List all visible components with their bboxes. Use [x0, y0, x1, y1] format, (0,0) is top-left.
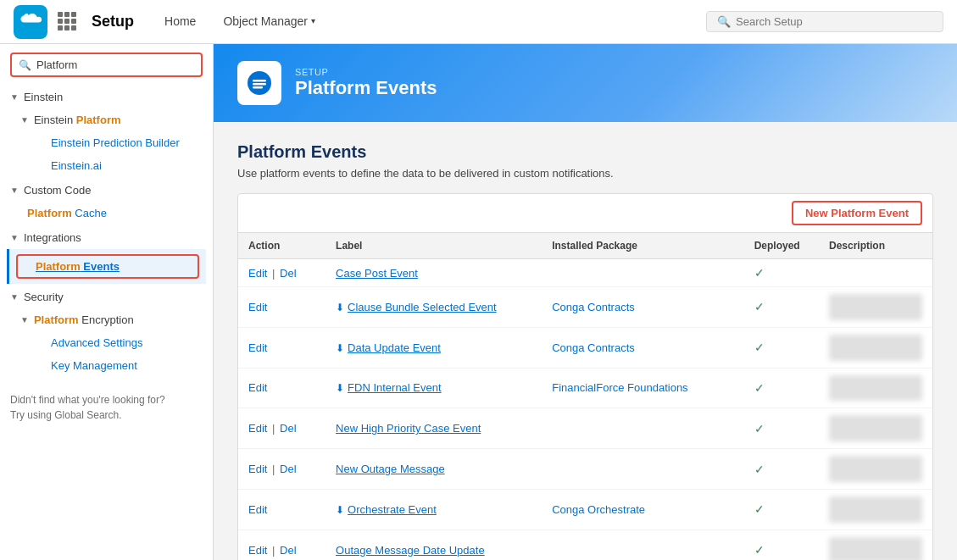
- group-security-header[interactable]: ▼ Security: [0, 286, 213, 308]
- group-integrations-label: Integrations: [24, 231, 81, 244]
- cell-description: ████████████ ██████ ████: [819, 287, 932, 328]
- cell-deployed: ✓: [744, 530, 819, 560]
- content-area: Platform Events Use platform events to d…: [214, 122, 957, 560]
- sidebar: 🔍 ▼ Einstein ▼ Einstein Platform Einstei…: [0, 44, 214, 560]
- action-separator: |: [269, 267, 278, 280]
- tab-object-manager[interactable]: Object Manager ▾: [209, 0, 329, 43]
- cell-label: Case Post Event: [325, 259, 542, 287]
- advanced-settings-link[interactable]: Advanced Settings: [51, 336, 142, 349]
- sidebar-item-key-management[interactable]: Key Management: [10, 354, 213, 377]
- events-table-container: New Platform Event Action Label Installe…: [237, 193, 933, 560]
- platform-events-link[interactable]: Platform Events: [36, 260, 120, 273]
- event-label-link[interactable]: FDN Internal Event: [348, 381, 442, 394]
- cell-installed-package: Conga Contracts: [542, 287, 743, 328]
- cell-deployed: ✓: [744, 327, 819, 368]
- installed-package-icon: ⬇: [336, 302, 344, 313]
- group-einstein-header[interactable]: ▼ Einstein: [0, 86, 213, 108]
- key-management-link[interactable]: Key Management: [51, 359, 137, 372]
- deployed-checkmark: ✓: [754, 300, 765, 313]
- event-label-link[interactable]: Data Update Event: [348, 341, 441, 354]
- apps-icon[interactable]: [58, 12, 78, 32]
- action-edit-link[interactable]: Edit: [248, 463, 267, 475]
- deployed-checkmark: ✓: [754, 543, 765, 557]
- event-label-link[interactable]: Orchestrate Event: [348, 503, 437, 516]
- action-del-link[interactable]: Del: [280, 267, 297, 280]
- cell-action: Edit | Del: [238, 530, 325, 560]
- package-link[interactable]: Conga Orchestrate: [552, 503, 645, 516]
- new-platform-event-button[interactable]: New Platform Event: [792, 201, 922, 225]
- deployed-checkmark: ✓: [754, 266, 765, 280]
- action-edit-link[interactable]: Edit: [248, 301, 267, 313]
- description-text: ████████████ ██████ ████: [829, 415, 922, 441]
- action-del-link[interactable]: Del: [280, 544, 297, 557]
- description-text: ████████████ ██████ ████: [829, 335, 922, 361]
- chevron-einstein: ▼: [10, 92, 19, 102]
- action-edit-link[interactable]: Edit: [248, 422, 267, 435]
- package-link[interactable]: Conga Contracts: [552, 341, 635, 354]
- col-header-label: Label: [325, 233, 542, 259]
- package-link[interactable]: FinancialForce Foundations: [552, 381, 687, 394]
- table-body: Edit | DelCase Post Event✓Edit⬇Clause Bu…: [238, 259, 932, 561]
- svg-rect-2: [253, 83, 266, 86]
- search-icon: 🔍: [717, 15, 731, 28]
- action-del-link[interactable]: Del: [280, 463, 297, 475]
- action-edit-link[interactable]: Edit: [248, 341, 267, 354]
- sidebar-item-einstein-ai[interactable]: Einstein.ai: [10, 154, 213, 177]
- package-link[interactable]: Conga Contracts: [552, 301, 635, 313]
- cell-label: ⬇Clause Bundle Selected Event: [325, 287, 542, 328]
- chevron-down-icon: ▾: [311, 16, 315, 25]
- action-edit-link[interactable]: Edit: [248, 544, 267, 557]
- sidebar-search-icon: 🔍: [19, 59, 31, 71]
- sidebar-item-platform-cache[interactable]: Platform Cache: [0, 202, 213, 225]
- group-einstein-platform-header[interactable]: ▼ Einstein Platform: [10, 108, 213, 131]
- cell-deployed: ✓: [744, 368, 819, 408]
- chevron-platform-encryption: ▼: [20, 315, 29, 324]
- group-custom-code: ▼ Custom Code Platform Cache: [0, 179, 213, 225]
- page-description: Use platform events to define the data t…: [237, 167, 933, 180]
- cell-deployed: ✓: [744, 287, 819, 328]
- einstein-ai-link[interactable]: Einstein.ai: [51, 159, 102, 172]
- description-text: ████████████ ██████ ████: [829, 537, 922, 560]
- event-label-link[interactable]: Case Post Event: [336, 267, 418, 280]
- cell-deployed: ✓: [744, 449, 819, 490]
- platform-cache-link[interactable]: Platform Cache: [27, 207, 107, 219]
- sidebar-footer-text: Didn't find what you're looking for?Try …: [10, 394, 165, 421]
- group-custom-code-label: Custom Code: [24, 184, 91, 197]
- platform-events-box[interactable]: Platform Events: [16, 254, 199, 279]
- hero-icon: [237, 61, 281, 105]
- description-text: ████████████ ██████ ████: [829, 456, 922, 482]
- group-custom-code-header[interactable]: ▼ Custom Code: [0, 179, 213, 202]
- event-label-link[interactable]: New Outage Message: [336, 463, 445, 475]
- tab-home[interactable]: Home: [151, 0, 209, 43]
- action-separator: |: [269, 463, 278, 475]
- sidebar-item-platform-events[interactable]: Platform Events: [7, 249, 206, 284]
- event-label-link[interactable]: Clause Bundle Selected Event: [348, 301, 497, 313]
- sidebar-item-advanced-settings[interactable]: Advanced Settings: [10, 331, 213, 354]
- action-edit-link[interactable]: Edit: [248, 381, 267, 394]
- col-header-action: Action: [238, 233, 325, 259]
- cell-action: Edit: [238, 489, 325, 530]
- action-edit-link[interactable]: Edit: [248, 267, 267, 280]
- group-platform-encryption-header[interactable]: ▼ Platform Encryption: [10, 308, 213, 331]
- event-label-link[interactable]: Outage Message Date Update: [336, 544, 485, 557]
- main-content: SETUP Platform Events Platform Events Us…: [214, 44, 957, 560]
- group-integrations-header[interactable]: ▼ Integrations: [0, 226, 213, 249]
- group-security: ▼ Security ▼ Platform Encryption Advance…: [0, 286, 213, 377]
- deployed-checkmark: ✓: [754, 422, 765, 435]
- action-edit-link[interactable]: Edit: [248, 503, 267, 516]
- sidebar-search-input[interactable]: [36, 58, 194, 71]
- table-row: Edit | DelCase Post Event✓: [238, 259, 932, 287]
- cell-label: ⬇FDN Internal Event: [325, 368, 542, 408]
- einstein-prediction-builder-link[interactable]: Einstein Prediction Builder: [51, 136, 180, 149]
- installed-package-icon: ⬇: [336, 342, 344, 354]
- installed-package-icon: ⬇: [336, 382, 344, 394]
- installed-package-icon: ⬇: [336, 504, 344, 516]
- sidebar-search-box[interactable]: 🔍: [10, 53, 203, 77]
- cell-label: New High Priority Case Event: [325, 408, 542, 449]
- search-input[interactable]: [736, 15, 932, 28]
- event-label-link[interactable]: New High Priority Case Event: [336, 422, 481, 435]
- action-del-link[interactable]: Del: [280, 422, 297, 435]
- group-einstein-platform-label: Einstein Platform: [34, 114, 121, 126]
- sidebar-item-einstein-prediction-builder[interactable]: Einstein Prediction Builder: [10, 131, 213, 154]
- global-search[interactable]: 🔍: [706, 11, 943, 32]
